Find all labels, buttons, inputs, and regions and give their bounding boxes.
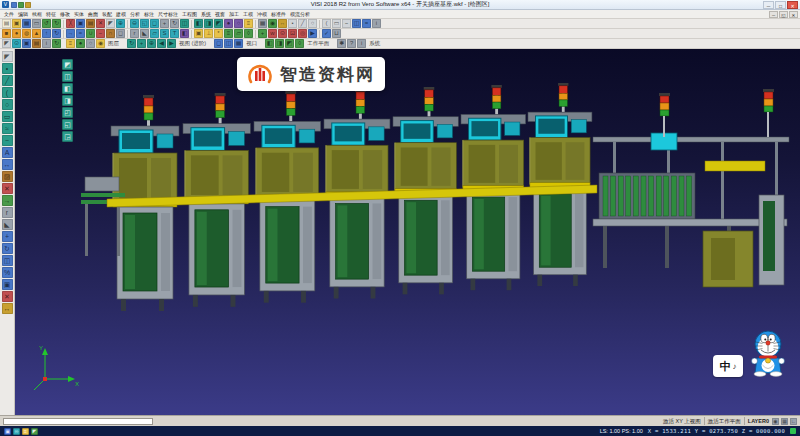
- loft-icon[interactable]: ≈: [76, 29, 85, 38]
- menu-item-0[interactable]: 文件: [2, 10, 16, 18]
- system-help-icon[interactable]: ?: [347, 39, 356, 48]
- solid-sphere-icon[interactable]: ◍: [22, 29, 31, 38]
- move-icon[interactable]: +: [2, 231, 13, 242]
- dimension-icon[interactable]: ↔: [2, 159, 13, 170]
- explode-view-icon[interactable]: *: [214, 29, 223, 38]
- grid-status-icon[interactable]: ▦: [781, 418, 788, 425]
- constraints-icon[interactable]: ⊥: [204, 29, 213, 38]
- point-icon[interactable]: •: [2, 63, 13, 74]
- grid-toggle-icon[interactable]: ▦: [258, 19, 267, 28]
- cube-back-icon[interactable]: ◰: [62, 107, 73, 118]
- polyline-icon[interactable]: ≈: [2, 123, 13, 134]
- menu-item-8[interactable]: 建模: [114, 10, 128, 18]
- fillet-solid-icon[interactable]: r: [130, 29, 139, 38]
- minimize-button[interactable]: ─: [763, 1, 774, 9]
- tool-library-icon[interactable]: ⊔: [332, 29, 341, 38]
- qa-undo-icon[interactable]: [18, 2, 24, 8]
- cube-bottom-icon[interactable]: ◱: [62, 119, 73, 130]
- zoom-out-icon[interactable]: ⊖: [130, 19, 139, 28]
- redraw-icon[interactable]: ↻: [52, 39, 61, 48]
- rectangle-icon[interactable]: ▭: [2, 111, 13, 122]
- measure-icon[interactable]: ↔: [278, 19, 287, 28]
- extrude-icon[interactable]: ↑: [42, 29, 51, 38]
- maximize-button[interactable]: □: [775, 1, 786, 9]
- menu-item-4[interactable]: 修改: [58, 10, 72, 18]
- properties-icon[interactable]: i: [372, 19, 381, 28]
- save-icon[interactable]: ▦: [22, 19, 31, 28]
- menu-item-18[interactable]: 标准件: [269, 10, 288, 18]
- zoom-window-icon[interactable]: ◱: [140, 19, 149, 28]
- solid-cylinder-icon[interactable]: ●: [12, 29, 21, 38]
- doc-status-icon[interactable]: ▣: [4, 428, 11, 435]
- ortho-status-icon[interactable]: ∟: [790, 418, 797, 425]
- circle-tool-icon[interactable]: ○: [308, 19, 317, 28]
- left-side-unit[interactable]: [81, 177, 125, 256]
- viewport[interactable]: Y X ◩◫◧◨◰◱◲ 智造资料网 中 ♪: [15, 49, 800, 415]
- mdi-close-button[interactable]: ✕: [789, 11, 798, 18]
- dynamic-zoom-icon[interactable]: ⊕: [147, 39, 156, 48]
- arc-icon[interactable]: (: [2, 87, 13, 98]
- assembly-icon[interactable]: ▣: [194, 29, 203, 38]
- hatch-icon[interactable]: ▨: [2, 171, 13, 182]
- rotate-view-icon[interactable]: ↻: [170, 19, 179, 28]
- cube-front-icon[interactable]: ◧: [62, 83, 73, 94]
- mirror-icon[interactable]: ◫: [2, 255, 13, 266]
- chamfer-icon[interactable]: ◣: [2, 219, 13, 230]
- snap-status-icon[interactable]: ◉: [772, 418, 779, 425]
- shaded-mode-icon[interactable]: ●: [224, 19, 233, 28]
- sweep-icon[interactable]: →: [66, 29, 75, 38]
- revolve-icon[interactable]: ↻: [52, 29, 61, 38]
- scale-icon[interactable]: %: [2, 267, 13, 278]
- contour-mill-icon[interactable]: ◎: [298, 29, 307, 38]
- close-button[interactable]: ✕: [787, 1, 798, 9]
- cut-icon[interactable]: ╳: [66, 19, 75, 28]
- shell-icon[interactable]: ◻: [116, 29, 125, 38]
- quick-select-icon[interactable]: ⊙: [12, 39, 21, 48]
- menu-item-16[interactable]: 工模: [241, 10, 255, 18]
- circle-icon[interactable]: ○: [2, 99, 13, 110]
- pocket-mill-icon[interactable]: ⊡: [288, 29, 297, 38]
- line-icon[interactable]: ╱: [2, 75, 13, 86]
- workplane-zx-icon[interactable]: ◩: [285, 39, 294, 48]
- menu-item-15[interactable]: 加工: [227, 10, 241, 18]
- menu-item-13[interactable]: 系统: [199, 10, 213, 18]
- mdi-restore-button[interactable]: ◱: [779, 11, 788, 18]
- print-icon[interactable]: ▭: [32, 19, 41, 28]
- copy-icon[interactable]: ▣: [76, 19, 85, 28]
- toolpath-icon[interactable]: w: [268, 29, 277, 38]
- workplane-yz-icon[interactable]: ◨: [275, 39, 284, 48]
- line-tool-icon[interactable]: ╱: [298, 19, 307, 28]
- boolean-union-icon[interactable]: ∪: [86, 29, 95, 38]
- point-tool-icon[interactable]: •: [288, 19, 297, 28]
- delete-icon[interactable]: ✕: [96, 19, 105, 28]
- spline-icon[interactable]: ~: [2, 135, 13, 146]
- fillet-icon[interactable]: r: [2, 207, 13, 218]
- new-file-icon[interactable]: ▤: [2, 19, 11, 28]
- machine-station[interactable]: [528, 83, 592, 286]
- trim-icon[interactable]: ✕: [2, 183, 13, 194]
- link-status-icon[interactable]: ∞: [13, 428, 20, 435]
- extend-icon[interactable]: →: [2, 195, 13, 206]
- menu-item-3[interactable]: 特征: [44, 10, 58, 18]
- viewport-3d-scene[interactable]: Y X: [15, 49, 800, 415]
- simulate-icon[interactable]: ▶: [308, 29, 317, 38]
- menu-item-14[interactable]: 视窗: [213, 10, 227, 18]
- feature-tree-icon[interactable]: ≡: [224, 29, 233, 38]
- view-top-icon[interactable]: ◫: [180, 19, 189, 28]
- copy-element-icon[interactable]: ▣: [2, 279, 13, 290]
- menu-item-2[interactable]: 线框: [30, 10, 44, 18]
- erase-icon[interactable]: ✕: [2, 291, 13, 302]
- select-arrow-icon[interactable]: ◤: [106, 19, 115, 28]
- wireframe-mode-icon[interactable]: ○: [234, 19, 243, 28]
- menu-item-10[interactable]: 标注: [142, 10, 156, 18]
- layer-on-icon[interactable]: ●: [76, 39, 85, 48]
- menu-item-19[interactable]: 模流分析: [288, 10, 312, 18]
- rotate-icon[interactable]: ↻: [2, 243, 13, 254]
- active-layer-label[interactable]: LAYER0: [748, 418, 769, 424]
- drill-cycle-icon[interactable]: ⊙: [278, 29, 287, 38]
- dynamic-rotate-icon[interactable]: ↻: [127, 39, 136, 48]
- view-right-icon[interactable]: ◨: [204, 19, 213, 28]
- layer-list-icon[interactable]: ≡: [66, 39, 75, 48]
- next-view-icon[interactable]: ▶: [167, 39, 176, 48]
- spline-tool-icon[interactable]: ~: [342, 19, 351, 28]
